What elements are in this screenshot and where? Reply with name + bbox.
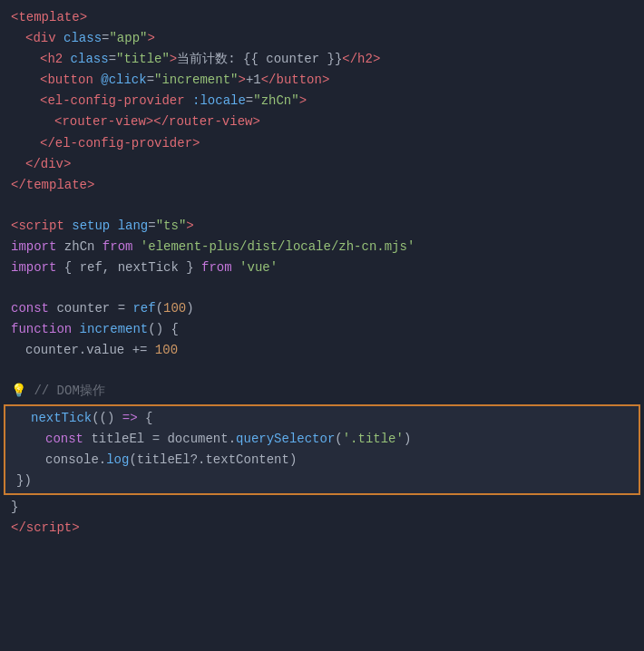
- code-line: const titleEl = document.querySelector('…: [5, 429, 639, 450]
- code-line: }: [0, 497, 644, 518]
- code-line: <h2 class="title">当前计数: {{ counter }}</h…: [0, 49, 644, 70]
- code-line: <router-view></router-view>: [0, 112, 644, 132]
- code-line: import zhCn from 'element-plus/dist/loca…: [0, 237, 644, 257]
- empty-line: [0, 278, 644, 298]
- code-line: </script>: [0, 518, 644, 539]
- code-line: <div class="app">: [0, 28, 644, 49]
- code-line: <template>: [0, 7, 644, 28]
- code-line: import { ref, nextTick } from 'vue': [0, 257, 644, 278]
- code-line: }): [5, 471, 639, 491]
- code-line: </div>: [0, 154, 644, 175]
- code-line: 💡 // DOM操作: [0, 381, 644, 402]
- code-line: <button @click="increment">+1</button>: [0, 70, 644, 91]
- code-line: </el-config-provider>: [0, 133, 644, 154]
- code-line: <el-config-provider :locale="zhCn">: [0, 91, 644, 112]
- code-line: function increment() {: [0, 319, 644, 340]
- code-editor: <template><div class="app"><h2 class="ti…: [0, 0, 644, 651]
- code-line: </template>: [0, 175, 644, 196]
- empty-line: [0, 361, 644, 381]
- code-line: console.log(titleEl?.textContent): [5, 450, 639, 471]
- code-line: const counter = ref(100): [0, 298, 644, 319]
- code-line: counter.value += 100: [0, 340, 644, 361]
- code-line: nextTick(() => {: [5, 408, 639, 429]
- highlighted-block: nextTick(() => {const titleEl = document…: [4, 404, 640, 495]
- empty-line: [0, 196, 644, 216]
- code-line: <script setup lang="ts">: [0, 216, 644, 237]
